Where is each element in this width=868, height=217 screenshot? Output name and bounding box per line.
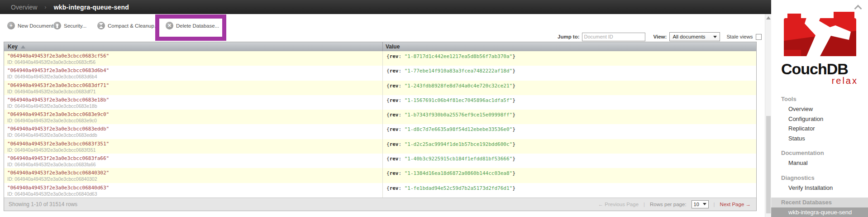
revision-value: "1-243fdb8928fe8d7d4a0c4e720c32ce21" (405, 83, 512, 89)
nav-section-documentation: Documentation Manual (771, 148, 868, 168)
rows-per-page-value: 10 (694, 202, 701, 207)
sidebar-item-wkb-integra-queue-send[interactable]: wkb-integra-queue-send (771, 207, 868, 217)
stale-views-checkbox[interactable] (756, 34, 762, 40)
view-controls: Jump to: View: All documents Stale views (558, 32, 762, 41)
nav-section-diagnostics: Diagnostics Verify Installation (771, 173, 868, 193)
document-key-link[interactable]: "064940a49453f2e3a0e3cbcc06840302" (7, 170, 382, 176)
sort-ascending-icon (21, 45, 25, 48)
scrollbar-thumb[interactable] (766, 116, 771, 213)
document-value: {rev: "1-1567691c06b4f81ec7045896ac1dfa5… (382, 95, 756, 110)
chevron-up-icon[interactable] (855, 5, 861, 10)
document-key-link[interactable]: "064940a49453f2e3a0e3cbcc0683df71" (7, 82, 382, 88)
scrollbar-up-icon[interactable] (765, 16, 772, 19)
document-key-link[interactable]: "064940a49453f2e3a0e3cbcc0683f351" (7, 141, 382, 147)
chevron-down-icon (703, 203, 706, 205)
document-id: ID: 064940a49453f2e3a0e3cbcc0683e9c0 (7, 118, 382, 123)
couchdb-logo[interactable]: CouchDB relax (781, 12, 859, 86)
document-key-link[interactable]: "064940a49453f2e3a0e3cbcc0683eddb" (7, 126, 382, 132)
document-id: ID: 064940a49453f2e3a0e3cbcc06840302 (7, 176, 382, 182)
document-id: ID: 064940a49453f2e3a0e3cbcc0683f351 (7, 147, 382, 153)
stale-views-label: Stale views (726, 34, 753, 39)
document-key-link[interactable]: "064940a49453f2e3a0e3cbcc0683e18b" (7, 97, 382, 103)
documents-table: Key Value "064940a49453f2e3a0e3cbcc0683c… (4, 42, 757, 211)
sidebar-item-manual[interactable]: Manual (771, 158, 868, 168)
table-row[interactable]: "064940a49453f2e3a0e3cbcc0683e18b"ID: 06… (4, 95, 756, 110)
document-value: {rev: "1-d2c25ac9994f1de1b57bce192bdd600… (382, 139, 756, 154)
main-content: Overview › wkb-integra-queue-send + New … (0, 0, 771, 217)
table-row[interactable]: "064940a49453f2e3a0e3cbcc0683df71"ID: 06… (4, 81, 756, 95)
view-label: View: (653, 34, 667, 39)
document-key-link[interactable]: "064940a49453f2e3a0e3cbcc0683fa66" (7, 155, 382, 161)
nav-title-tools: Tools (771, 94, 868, 104)
table-header-row: Key Value (4, 42, 756, 51)
jump-to-document-id-input[interactable] (582, 33, 645, 41)
new-document-label: New Document (18, 23, 53, 29)
nav-section-recent-databases: Recent Databases wkb-integra-queue-send (771, 198, 868, 217)
value-header-label: Value (386, 43, 400, 50)
security-button[interactable]: Security... (53, 22, 86, 29)
document-key-link[interactable]: "064940a49453f2e3a0e3cbcc0683cf56" (7, 53, 382, 59)
jump-to-label: Jump to: (558, 34, 580, 39)
table-row[interactable]: "064940a49453f2e3a0e3cbcc0683f351"ID: 06… (4, 139, 756, 154)
table-row[interactable]: "064940a49453f2e3a0e3cbcc0683fa66"ID: 06… (4, 154, 756, 168)
nav-title-documentation: Documentation (771, 148, 868, 158)
breadcrumb: Overview › wkb-integra-queue-send (0, 0, 771, 14)
key-header-label: Key (8, 43, 18, 50)
table-row[interactable]: "064940a49453f2e3a0e3cbcc06840d63"ID: 06… (4, 183, 756, 198)
delete-circle-icon: ✕ (166, 22, 173, 29)
key-column-header[interactable]: Key (4, 42, 382, 51)
nav-title-diagnostics: Diagnostics (771, 173, 868, 183)
pagination: ← Previous Page | Rows per page: 10 | Ne… (598, 200, 756, 208)
table-row[interactable]: "064940a49453f2e3a0e3cbcc06840302"ID: 06… (4, 168, 756, 183)
document-key-link[interactable]: "064940a49453f2e3a0e3cbcc0683d6b4" (7, 68, 382, 73)
toolbar: + New Document Security... Compact & Cle… (0, 14, 771, 42)
document-id: ID: 064940a49453f2e3a0e3cbcc06840d63 (7, 191, 382, 197)
lock-circle-icon (53, 22, 61, 29)
document-id: ID: 064940a49453f2e3a0e3cbcc0683cf56 (7, 59, 382, 65)
rows-per-page-select[interactable]: 10 (692, 200, 709, 208)
row-count-status: Showing 1-10 of 31514 rows (4, 201, 77, 207)
document-id: ID: 064940a49453f2e3a0e3cbcc0683df71 (7, 89, 382, 94)
delete-database-button[interactable]: ✕ Delete Database... (166, 22, 219, 29)
document-value: {rev: "1-40b3c9225915cb184f1efdd81bf5366… (382, 154, 756, 168)
document-key-link[interactable]: "064940a49453f2e3a0e3cbcc06840d63" (7, 185, 382, 191)
vertical-scrollbar[interactable] (765, 14, 771, 217)
breadcrumb-separator-icon: › (44, 4, 46, 10)
logo-title: CouchDB (781, 61, 859, 77)
document-value: {rev: "1-b7343f930b0a25576ef9ce15e09998f… (382, 110, 756, 124)
table-row[interactable]: "064940a49453f2e3a0e3cbcc0683cf56"ID: 06… (4, 51, 756, 66)
sidebar-item-replicator[interactable]: Replicator (771, 124, 868, 134)
next-page-button[interactable]: Next Page → (720, 202, 751, 207)
previous-page-button: ← Previous Page (598, 202, 639, 207)
compact-cleanup-label: Compact & Cleanup... (108, 23, 159, 29)
breadcrumb-overview-link[interactable]: Overview (11, 4, 37, 11)
pager-divider: | (644, 202, 645, 207)
revision-value: "1-d8c7d7e6635a98f54d12ebebe33536e0" (405, 126, 512, 132)
sidebar-item-configuration[interactable]: Configuration (771, 114, 868, 124)
new-document-button[interactable]: + New Document (7, 22, 53, 29)
revision-value: "1-d2c25ac9994f1de1b57bce192bdd600c" (405, 141, 512, 147)
document-value: {rev: "1-8717d1c442ee1217ea5d8b56f7ab370… (382, 51, 756, 66)
nav-title-recent-databases: Recent Databases (771, 198, 868, 207)
revision-value: "1-fe1bdad94e52c59d7b2a5173d2fd76d1" (405, 185, 512, 191)
document-value: {rev: "1-243fdb8928fe8d7d4a0c4e720c32ce2… (382, 81, 756, 95)
document-value: {rev: "1-d8c7d7e6635a98f54d12ebebe33536e… (382, 124, 756, 139)
table-row[interactable]: "064940a49453f2e3a0e3cbcc0683e9c0"ID: 06… (4, 110, 756, 124)
revision-value: "1-8717d1c442ee1217ea5d8b56f7ab370a" (405, 53, 512, 59)
view-select[interactable]: All documents (669, 32, 720, 41)
table-row[interactable]: "064940a49453f2e3a0e3cbcc0683d6b4"ID: 06… (4, 66, 756, 80)
document-id: ID: 064940a49453f2e3a0e3cbcc0683fa66 (7, 162, 382, 167)
view-select-value: All documents (672, 34, 713, 39)
sidebar-nav: Tools Overview Configuration Replicator … (771, 89, 868, 217)
revision-value: "1-77ebe14f910a83a3fcea7482222af18d" (405, 68, 512, 74)
document-key-link[interactable]: "064940a49453f2e3a0e3cbcc0683e9c0" (7, 111, 382, 117)
sidebar-item-verify-installation[interactable]: Verify Installation (771, 183, 868, 193)
document-value: {rev: "1-fe1bdad94e52c59d7b2a5173d2fd76d… (382, 183, 756, 198)
revision-value: "1-1384d16ea18d6872a0860b144cc03ea8" (405, 170, 512, 176)
sidebar-item-status[interactable]: Status (771, 134, 868, 144)
revision-value: "1-1567691c06b4f81ec7045896ac1dfa5f" (405, 97, 512, 103)
sidebar-item-overview[interactable]: Overview (771, 104, 868, 114)
pager-divider: | (714, 202, 715, 207)
table-row[interactable]: "064940a49453f2e3a0e3cbcc0683eddb"ID: 06… (4, 124, 756, 139)
compact-cleanup-button[interactable]: Compact & Cleanup... (97, 22, 159, 29)
